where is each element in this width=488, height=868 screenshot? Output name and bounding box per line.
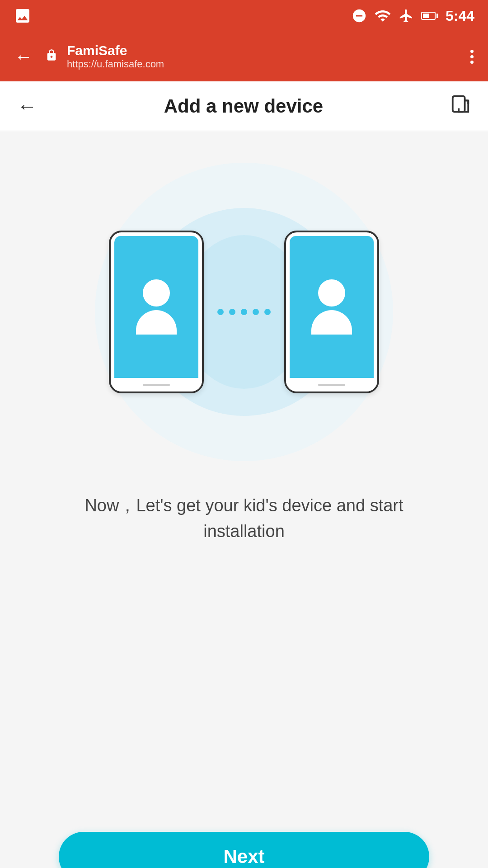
lock-icon: [45, 47, 58, 66]
browser-title: FamiSafe: [67, 43, 458, 58]
export-button[interactable]: [446, 90, 474, 122]
dot-3: [241, 309, 247, 315]
menu-dot-3: [470, 61, 474, 64]
left-phone: [109, 231, 204, 393]
status-bar: 5:44: [0, 0, 488, 32]
phones-row: [109, 231, 379, 393]
left-phone-bottom: [111, 378, 202, 392]
menu-dot-2: [470, 55, 474, 58]
dnd-icon: [352, 8, 367, 24]
left-phone-screen: [114, 236, 198, 378]
right-phone-bottom: [286, 378, 377, 392]
person-body-right: [311, 310, 352, 335]
photo-icon: [14, 7, 32, 25]
dot-2: [229, 309, 235, 315]
dot-1: [217, 309, 224, 315]
person-head-left: [143, 279, 170, 307]
browser-url-container: FamiSafe https://u.famisafe.com: [67, 43, 458, 70]
main-content: Now，Let's get your kid's device and star…: [0, 131, 488, 868]
dot-4: [253, 309, 259, 315]
menu-dot-1: [470, 50, 474, 53]
status-bar-right: 5:44: [352, 7, 474, 24]
page-header: ← Add a new device: [0, 81, 488, 131]
right-person-icon: [311, 279, 352, 335]
description-text: Now，Let's get your kid's device and star…: [63, 493, 425, 544]
airplane-icon: [399, 8, 414, 24]
phone-home-indicator-left: [143, 384, 170, 386]
connection-dots: [217, 309, 271, 315]
status-bar-left: [14, 7, 32, 25]
wifi-icon: [374, 7, 391, 24]
page-title: Add a new device: [164, 95, 323, 117]
left-person-icon: [136, 279, 177, 335]
phone-home-indicator-right: [318, 384, 345, 386]
dot-5: [264, 309, 271, 315]
browser-menu-button[interactable]: [467, 46, 477, 67]
battery-icon: [421, 12, 438, 20]
right-phone-screen: [290, 236, 374, 378]
status-time: 5:44: [446, 8, 474, 24]
page-back-button[interactable]: ←: [14, 91, 41, 121]
person-head-right: [318, 279, 345, 307]
browser-back-button[interactable]: ←: [11, 43, 36, 71]
next-button[interactable]: Next: [59, 832, 429, 868]
illustration-container: [90, 158, 398, 466]
browser-url: https://u.famisafe.com: [67, 58, 458, 70]
browser-bar: ← FamiSafe https://u.famisafe.com: [0, 32, 488, 81]
person-body-left: [136, 310, 177, 335]
right-phone: [284, 231, 379, 393]
